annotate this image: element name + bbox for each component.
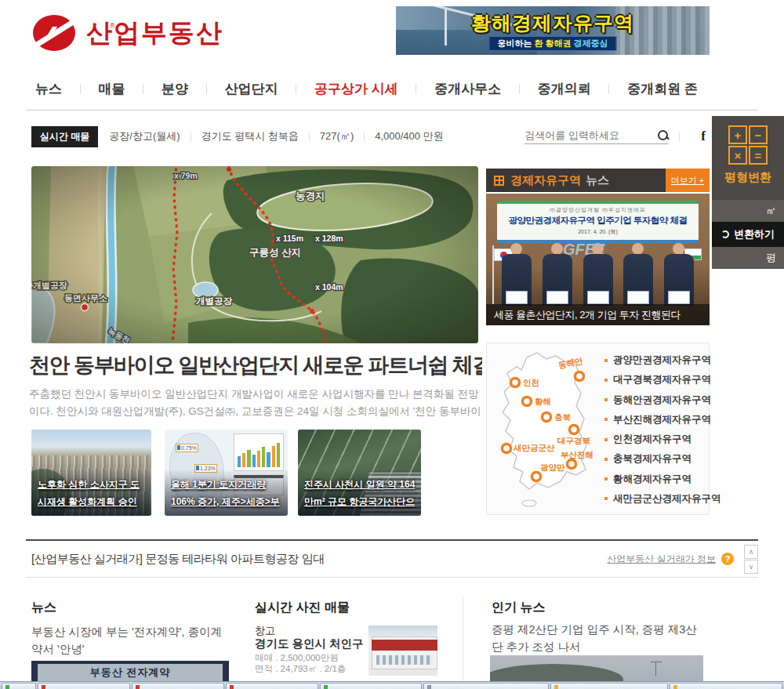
grid-icon — [494, 176, 504, 186]
search-icon[interactable] — [657, 129, 669, 141]
thumbnail-caption: 올해 1분기 토지거래량 106% 증가, 제주>세종>부산 순 지가 상승 — [171, 477, 283, 513]
more-button[interactable]: 더보기 + — [666, 169, 710, 192]
listing-location[interactable]: 경기도 용인시 처인구 — [255, 636, 364, 651]
news-image-text: 부동산 전자계약 — [90, 665, 171, 680]
top-ad-banner[interactable]: 황해경제자유구역 웅비하는 환 황해권 경제중심 — [396, 6, 710, 55]
taskbar-window-button[interactable] — [226, 683, 318, 689]
taskbar-window-button[interactable] — [423, 683, 549, 689]
taskbar-start-button[interactable] — [2, 683, 36, 689]
listing-area: 면적 . 24,793㎡ . 2/1층 — [255, 663, 346, 675]
taskbar-window-button[interactable] — [550, 683, 668, 689]
map-label-farmland: 농경지 — [296, 190, 325, 201]
zone-marker-label: 충북 — [554, 412, 572, 422]
nav-separator — [80, 84, 81, 94]
banner-date: 2017. 4. 20. (목) — [497, 228, 699, 236]
nav-divider — [26, 110, 758, 111]
taskbar-window-button[interactable] — [320, 683, 422, 689]
map-label-factory-center: 개별공장 — [196, 296, 233, 306]
zone-list-item[interactable]: 부산진해경제자유구역 — [604, 413, 706, 426]
zone-list-item[interactable]: 동해안권경제자유구역 — [604, 393, 706, 407]
zone-marker-label: 대구경북 — [557, 436, 591, 445]
photo-caption[interactable]: 세풍 율촌산업단지, 2개 기업 투자 진행된다 — [486, 304, 710, 325]
nav-item-news[interactable]: 뉴스 — [35, 80, 62, 98]
ticker-up-button[interactable]: ∧ — [744, 545, 758, 559]
nav-item-tool-market-price[interactable]: 공구상가 시세 — [314, 80, 398, 98]
ticker-down-button[interactable]: ∨ — [744, 560, 758, 574]
ceremony-banner: ㈜광양만산업개발 ㈜우성지앤에프 광양만권경제자유구역 입주기업 투자협약 체결… — [497, 201, 699, 243]
news-section-heading: 뉴스 — [31, 600, 56, 616]
zone-list-item[interactable]: 광양만권경제자유구역 — [604, 354, 706, 367]
zone-marker-label: 인천 — [523, 378, 539, 387]
listing-area[interactable]: 727(㎡) — [320, 129, 354, 143]
article-headline[interactable]: 천안 동부바이오 일반산업단지 새로운 파트너쉽 체결... — [29, 351, 482, 379]
mini-bar-chart — [234, 433, 284, 471]
nav-separator — [143, 84, 143, 94]
site-logo[interactable]: 산업부동산 ® — [31, 13, 223, 53]
map-elevation-79: x 79m — [174, 171, 198, 180]
column-divider — [463, 597, 463, 682]
map-elevation-115: x 115m — [276, 234, 303, 243]
help-icon[interactable]: ? — [721, 553, 734, 565]
converter-header: + − × = 평형변환 — [712, 116, 784, 200]
convert-button[interactable]: 변환하기 — [712, 222, 784, 247]
thumbnail-caption: 노후화 심한 소사지구 도시재생 활성화계획 승인 — [38, 477, 147, 513]
real-price-info-link[interactable]: 산업부동산 실거래가 정보 — [607, 553, 716, 566]
nav-item-presale[interactable]: 분양 — [162, 80, 188, 98]
article-thumbnail-1[interactable]: 노후화 심한 소사지구 도시재생 활성화계획 승인 — [31, 430, 151, 516]
news-article-title[interactable]: 부동산 시장에 부는 '전자계약', 종이계약서 '안녕' — [31, 623, 231, 658]
fez-news-photo[interactable]: ㈜광양만산업개발 ㈜우성지앤에프 광양만권경제자유구역 입주기업 투자협약 체결… — [486, 194, 710, 325]
zone-marker-label: 광양만 — [540, 462, 565, 472]
listing-photo[interactable] — [368, 626, 437, 676]
person-figure — [622, 243, 655, 306]
nav-item-member-zone[interactable]: 중개회원 존 — [627, 80, 698, 98]
converter-unit-from[interactable]: ㎡ — [712, 200, 784, 222]
logo-text: 산업부동산 — [86, 13, 223, 53]
listing-location[interactable]: 경기도 평택시 청북읍 — [201, 129, 299, 143]
article-thumbnail-2[interactable]: 0.75% 1.23% 1.00% 올해 1분기 토지거래량 106% 증가, … — [165, 430, 288, 516]
taskbar-window-button[interactable] — [38, 683, 130, 689]
photo-listings-heading: 실시간 사진 매물 — [255, 600, 350, 616]
converter-unit-to[interactable]: 평 — [712, 247, 784, 269]
warehouse-red-band — [372, 640, 437, 651]
ceremony-people — [500, 243, 695, 306]
nav-item-listings[interactable]: 매물 — [99, 80, 125, 98]
nav-item-brokerage-request[interactable]: 중개의뢰 — [538, 80, 591, 98]
article-thumbnail-3[interactable]: 진주시 사천시 일원 약 164만m² 규모 항공국가산단으로 — [298, 430, 421, 516]
fez-news-header: 경제자유구역 뉴스 더보기 + — [486, 169, 710, 192]
nav-separator — [416, 84, 416, 94]
zone-list-item[interactable]: 충북경제자유구역 — [604, 452, 706, 466]
zone-list-item[interactable]: 황해경제자유구역 — [604, 473, 706, 486]
crane-art — [655, 662, 656, 676]
korea-zones-map: 동해안 인천 황해 충북 대구경북 새만금군산 부산진해 광양만 — [492, 348, 601, 509]
person-figure — [582, 243, 615, 306]
taskbar-window-button[interactable] — [132, 683, 224, 689]
nav-item-industrial-complex[interactable]: 산업단지 — [225, 80, 278, 98]
taskbar-window-button[interactable] — [670, 683, 782, 689]
news-article-image[interactable]: 부동산 전자계약 — [31, 661, 229, 681]
converter-title: 평형변환 — [724, 170, 771, 185]
popular-article-title[interactable]: 증평 제2산단 기업 입주 시작, 증평 제3산단 추가 조성 나서 — [492, 622, 702, 656]
listing-category[interactable]: 공장/창고(월세) — [109, 129, 180, 143]
nav-item-brokerage-office[interactable]: 중개사무소 — [434, 80, 501, 98]
nav-separator — [206, 84, 207, 94]
search-input[interactable] — [524, 129, 654, 141]
nav-separator — [519, 84, 520, 94]
banner-title: 황해경제자유구역 — [396, 10, 710, 36]
registered-mark: ® — [110, 22, 115, 30]
popular-article-image[interactable] — [490, 655, 703, 681]
area-converter-panel: + − × = 평형변환 ㎡ 변환하기 평 — [712, 116, 784, 269]
aerial-map: 농경지 구릉성 산지 개별공장 개별공장 동면사무소 녹동천 x 79m x 1… — [31, 166, 478, 343]
zone-list-item[interactable]: 새만금군산경제자유구역 — [604, 492, 706, 506]
listing-price[interactable]: 4,000/400 만원 — [375, 129, 443, 143]
facebook-icon[interactable]: f — [701, 129, 706, 144]
zone-list-item[interactable]: 인천경제자유구역 — [604, 433, 706, 446]
warehouse-windows — [376, 655, 433, 665]
zone-list-item[interactable]: 대구경북경제자유구역 — [604, 373, 706, 386]
fez-title-rest: 뉴스 — [586, 173, 609, 188]
banner-companies: ㈜광양만산업개발 ㈜우성지앤에프 — [497, 206, 699, 214]
nav-separator — [608, 84, 609, 94]
map-elevation-128: x 128m — [315, 234, 343, 243]
ticker-text[interactable]: [산업부동산 실거래가] 문정동 테라타워 아파트형공장 임대 — [31, 552, 325, 567]
article-map-image[interactable]: 농경지 구릉성 산지 개별공장 개별공장 동면사무소 녹동천 x 79m x 1… — [31, 166, 478, 343]
map-label-hills: 구릉성 산지 — [249, 247, 301, 258]
